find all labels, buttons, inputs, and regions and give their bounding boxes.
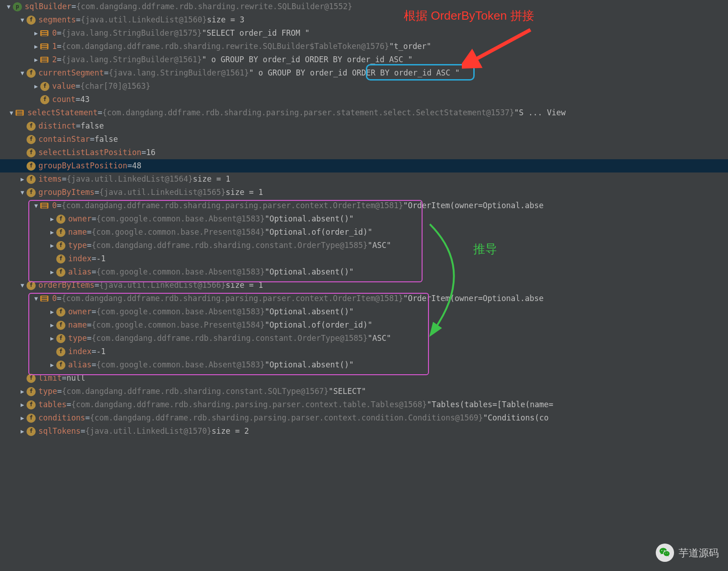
value-text: null <box>66 372 85 385</box>
tree-row[interactable]: ▶ftype = {com.dangdang.ddframe.rdb.shard… <box>0 239 728 252</box>
tree-row[interactable]: fselectListLastPosition = 16 <box>0 146 728 159</box>
tree-row[interactable]: ▶fname = {com.google.common.base.Present… <box>0 226 728 239</box>
object-reference: {com.dangdang.ddframe.rdb.sharding.parsi… <box>90 411 483 425</box>
chevron-right-icon[interactable]: ▶ <box>48 226 56 239</box>
tree-row[interactable]: ▶falias = {com.google.common.base.Absent… <box>0 265 728 279</box>
value-text: "ASC" <box>368 239 391 252</box>
tree-row[interactable]: ▼0 = {com.dangdang.ddframe.rdb.sharding.… <box>0 199 728 212</box>
value-text: false <box>80 119 104 133</box>
watermark-text: 芋道源码 <box>679 546 719 560</box>
tree-row[interactable]: ▶fitems = {java.util.LinkedList@1564} si… <box>0 172 728 186</box>
field-name: 0 <box>52 199 57 212</box>
tree-row[interactable]: ▼fsegments = {java.util.LinkedList@1560}… <box>0 13 728 27</box>
chevron-down-icon[interactable]: ▼ <box>18 66 27 80</box>
equals-sign: = <box>91 265 96 279</box>
chevron-right-icon[interactable]: ▶ <box>32 27 40 40</box>
value-text: "Optional.of(order_id)" <box>265 226 372 239</box>
equals-sign: = <box>80 425 85 438</box>
tree-row[interactable]: findex = -1 <box>0 345 728 358</box>
chevron-down-icon[interactable]: ▼ <box>5 0 13 13</box>
tree-row[interactable]: ▼0 = {com.dangdang.ddframe.rdb.sharding.… <box>0 292 728 305</box>
object-reference: {com.google.common.base.Absent@1583} <box>96 305 264 318</box>
tree-row[interactable]: ▶fowner = {com.google.common.base.Absent… <box>0 305 728 318</box>
tree-row[interactable]: fdistinct = false <box>0 119 728 133</box>
object-reference: {com.dangdang.ddframe.rdb.sharding.const… <box>62 385 328 398</box>
chevron-down-icon[interactable]: ▼ <box>18 279 27 292</box>
tree-row[interactable]: findex = -1 <box>0 252 728 265</box>
equals-sign: = <box>66 398 71 411</box>
tree-row[interactable]: ▶fowner = {com.google.common.base.Absent… <box>0 212 728 226</box>
value-text: size = 1 <box>225 186 263 199</box>
chevron-right-icon[interactable]: ▶ <box>32 80 40 93</box>
field-icon: f <box>40 82 49 91</box>
field-name: 1 <box>52 40 57 53</box>
chevron-right-icon[interactable]: ▶ <box>32 40 40 53</box>
tree-row[interactable]: ▼forderByItems = {java.util.LinkedList@1… <box>0 279 728 292</box>
equals-sign: = <box>95 186 99 199</box>
tree-row[interactable]: ▼selectStatement = {com.dangdang.ddframe… <box>0 106 728 119</box>
field-name: type <box>68 239 87 252</box>
equals-sign: = <box>87 332 91 345</box>
tree-row[interactable]: ▶2 = {java.lang.StringBuilder@1561} " o … <box>0 53 728 66</box>
field-icon: f <box>27 374 36 383</box>
field-icon: f <box>27 135 36 144</box>
tree-row[interactable]: ▶falias = {com.google.common.base.Absent… <box>0 358 728 372</box>
tree-row[interactable]: ▼psqlBuilder = {com.dangdang.ddframe.rdb… <box>0 0 728 13</box>
tree-row[interactable]: ▶ftype = {com.dangdang.ddframe.rdb.shard… <box>0 385 728 398</box>
tree-row[interactable]: ▼fgroupByItems = {java.util.LinkedList@1… <box>0 186 728 199</box>
tree-row[interactable]: fcount = 43 <box>0 93 728 106</box>
chevron-down-icon[interactable]: ▼ <box>32 292 40 305</box>
object-reference: {com.google.common.base.Present@1584} <box>91 226 265 239</box>
tree-row[interactable]: ▶fname = {com.google.common.base.Present… <box>0 318 728 332</box>
tree-row[interactable]: ▶0 = {java.lang.StringBuilder@1575} "SEL… <box>0 27 728 40</box>
tree-row[interactable]: ▶fvalue = {char[70]@1563} <box>0 80 728 93</box>
field-icon: f <box>56 307 65 317</box>
field-icon: f <box>56 241 65 250</box>
chevron-right-icon[interactable]: ▶ <box>48 305 56 318</box>
chevron-right-icon[interactable]: ▶ <box>18 172 27 186</box>
tree-row[interactable]: ▶ftype = {com.dangdang.ddframe.rdb.shard… <box>0 332 728 345</box>
chevron-right-icon[interactable]: ▶ <box>48 212 56 226</box>
chevron-right-icon[interactable]: ▶ <box>48 239 56 252</box>
object-reference: {java.util.LinkedList@1564} <box>66 172 193 186</box>
tree-row[interactable]: ▶fconditions = {com.dangdang.ddframe.rdb… <box>0 411 728 425</box>
equals-sign: = <box>57 385 62 398</box>
field-name: alias <box>68 358 91 372</box>
chevron-down-icon[interactable]: ▼ <box>32 199 40 212</box>
object-reference: {java.lang.StringBuilder@1561} <box>62 53 202 66</box>
equals-sign: = <box>127 159 132 172</box>
field-name: segments <box>38 13 76 27</box>
chevron-right-icon[interactable]: ▶ <box>48 265 56 279</box>
chevron-down-icon[interactable]: ▼ <box>18 13 27 27</box>
equals-sign: = <box>57 53 61 66</box>
field-name: tables <box>38 398 66 411</box>
chevron-right-icon[interactable]: ▶ <box>48 318 56 332</box>
chevron-right-icon[interactable]: ▶ <box>48 332 56 345</box>
tree-row[interactable]: flimit = null <box>0 372 728 385</box>
tree-row[interactable]: ▼fcurrentSegment = {java.lang.StringBuil… <box>0 66 728 80</box>
object-reference: {com.google.common.base.Absent@1583} <box>96 358 264 372</box>
chevron-right-icon[interactable]: ▶ <box>18 398 27 411</box>
field-icon: f <box>56 347 65 356</box>
field-name: owner <box>68 305 91 318</box>
field-name: distinct <box>38 119 76 133</box>
chevron-right-icon[interactable]: ▶ <box>32 53 40 66</box>
field-icon: f <box>56 228 65 237</box>
tree-row[interactable]: ▶fsqlTokens = {java.util.LinkedList@1570… <box>0 425 728 438</box>
value-text: " o GROUP BY order_id ORDER BY order_id … <box>249 66 460 80</box>
chevron-down-icon[interactable]: ▼ <box>7 106 16 119</box>
equals-sign: = <box>87 318 91 332</box>
tree-row[interactable]: fgroupByLastPosition = 48 <box>0 159 728 172</box>
chevron-right-icon[interactable]: ▶ <box>48 358 56 372</box>
object-reference: {java.lang.StringBuilder@1561} <box>109 66 249 80</box>
tree-row[interactable]: ▶ftables = {com.dangdang.ddframe.rdb.sha… <box>0 398 728 411</box>
chevron-down-icon[interactable]: ▼ <box>18 186 27 199</box>
field-icon: f <box>27 69 36 78</box>
equals-sign: = <box>76 13 80 27</box>
chevron-right-icon[interactable]: ▶ <box>18 411 27 425</box>
tree-row[interactable]: fcontainStar = false <box>0 133 728 146</box>
tree-row[interactable]: ▶1 = {com.dangdang.ddframe.rdb.sharding.… <box>0 40 728 53</box>
chevron-right-icon[interactable]: ▶ <box>18 385 27 398</box>
object-reference: {com.dangdang.ddframe.rdb.sharding.parsi… <box>71 398 427 411</box>
chevron-right-icon[interactable]: ▶ <box>18 425 27 438</box>
